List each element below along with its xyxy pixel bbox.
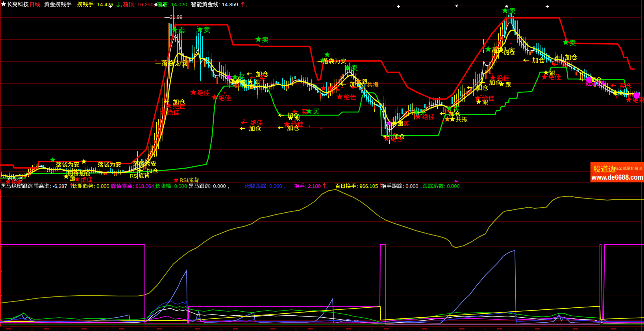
svg-text:: 14.426: : 14.426: [94, 2, 113, 7]
svg-text:,: ,: [420, 183, 422, 189]
svg-text:: 618.064: : 618.064: [133, 183, 154, 189]
svg-text:: 0.000: : 0.000: [94, 183, 109, 189]
svg-text:: 0.000: : 0.000: [266, 183, 282, 189]
svg-text:: 0.000: : 0.000: [444, 183, 460, 189]
svg-text:: 14.020,: : 14.020,: [168, 2, 189, 7]
svg-text:: 16.250,: : 16.250,: [134, 2, 155, 7]
svg-text:: 0.000: : 0.000: [210, 183, 226, 189]
svg-text:RSI: RSI: [180, 177, 188, 183]
svg-text:: 0.000: : 0.000: [172, 183, 187, 189]
svg-text:,: ,: [120, 2, 122, 7]
svg-text:: 2.180: : 2.180: [305, 183, 321, 189]
svg-text:,: ,: [326, 183, 328, 189]
svg-text:: 966.105: : 966.105: [357, 183, 378, 189]
svg-text:: 14.359: : 14.359: [219, 2, 238, 7]
svg-text:: 0.000: : 0.000: [403, 183, 418, 189]
svg-text:,: ,: [245, 2, 247, 7]
svg-text:—21.99: —21.99: [165, 14, 183, 20]
svg-text:: -6.287: : -6.287: [50, 183, 67, 189]
svg-text:www.de6688.com: www.de6688.com: [591, 173, 643, 181]
svg-text:,: ,: [284, 183, 286, 189]
svg-text:RSI: RSI: [130, 173, 139, 179]
svg-text:,: ,: [228, 183, 229, 189]
